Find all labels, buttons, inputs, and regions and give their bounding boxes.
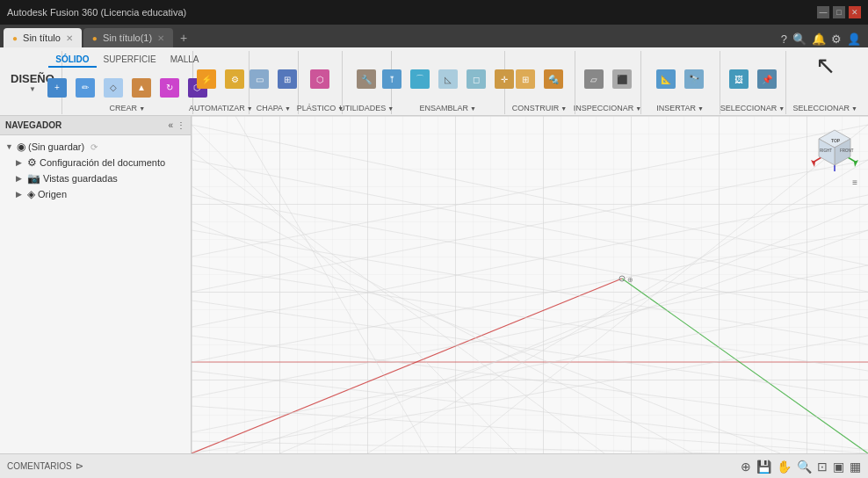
solid-section: SÓLIDO SUPERFICIE MALLA + ✏ ◇ ▲ ↻ ⬡ — [62, 51, 193, 114]
modify-shell-button[interactable]: ◻ — [463, 66, 489, 92]
nav-controls: « ⋮ — [168, 120, 185, 130]
chapa-label[interactable]: CHAPA ▼ — [257, 104, 291, 114]
svg-text:⊕: ⊕ — [627, 276, 633, 284]
search-icon[interactable]: 🔍 — [792, 33, 807, 46]
modificar-section: ⤒ ⌒ ◺ ◻ ✛ ENSAMBLAR ▼ — [392, 51, 505, 114]
canvas-grid: ⊕ — [192, 116, 868, 453]
plastico-button[interactable]: ⬡ — [307, 66, 333, 92]
modify-press-pull-button[interactable]: ⤒ — [379, 66, 405, 92]
tree-label-views: Vistas guardadas — [43, 173, 118, 184]
auto-button-2[interactable]: ⚙ — [221, 66, 248, 92]
modify-chamfer-button[interactable]: ◺ — [435, 66, 461, 92]
nav-pin-icon[interactable]: « — [168, 120, 173, 130]
modify-icons: ⤒ ⌒ ◺ ◻ ✛ — [379, 51, 517, 104]
minimize-button[interactable]: — — [817, 6, 829, 18]
tab-sintitulo[interactable]: ● Sin título ✕ — [4, 28, 82, 47]
help-icon[interactable]: ? — [781, 33, 787, 46]
maximize-button[interactable]: □ — [833, 6, 845, 18]
seleccionar-section[interactable]: ↖ SELECCIONAR ▼ — [786, 51, 864, 114]
tree-item-views[interactable]: ▶ 📷 Vistas guardadas — [0, 170, 191, 186]
insertar-button-1[interactable]: 🖼 — [726, 66, 752, 92]
utilidades-button[interactable]: 🔧 — [353, 66, 380, 92]
tree-item-config[interactable]: ▶ ⚙ Configuración del documento — [0, 155, 191, 170]
insertar-section: 🖼 📌 SELECCIONAR ▼ — [720, 51, 786, 114]
auto-icons: ⚡ ⚙ — [193, 51, 248, 104]
create-revolve-button[interactable]: ↻ — [156, 75, 183, 101]
chapa-button-1[interactable]: ▭ — [246, 66, 272, 92]
construir-section: ▱ ⬛ INSPECCIONAR ▼ — [575, 51, 641, 114]
plastico-label[interactable]: PLÁSTICO ▼ — [297, 104, 344, 114]
insertar-label[interactable]: SELECCIONAR ▼ — [720, 104, 785, 114]
modify-fillet-button[interactable]: ⌒ — [407, 66, 433, 92]
close-button[interactable]: ✕ — [849, 6, 861, 18]
new-tab-button[interactable]: + — [175, 28, 192, 47]
tabbar: ● Sin título ✕ ● Sin título(1) ✕ + ? 🔍 🔔… — [0, 25, 868, 47]
create-icons: + ✏ ◇ ▲ ↻ ⬡ — [44, 68, 211, 104]
svg-text:FRONT: FRONT — [840, 148, 854, 153]
inspeccionar-button-1[interactable]: 📐 — [653, 66, 679, 92]
svg-rect-2 — [192, 116, 868, 453]
plastico-section: ⬡ PLÁSTICO ▼ — [299, 51, 343, 114]
create-sketch-button[interactable]: ✏ — [72, 75, 98, 101]
construir-icons: ▱ ⬛ — [581, 51, 635, 104]
zoom-button[interactable]: 🔍 — [797, 460, 812, 474]
chapa-section: ▭ ⊞ CHAPA ▼ — [250, 51, 299, 114]
chapa-button-2[interactable]: ⊞ — [274, 66, 300, 92]
construir-label[interactable]: INSPECCIONAR ▼ — [574, 104, 641, 114]
tree-label-config: Configuración del documento — [40, 157, 165, 168]
tab-close-icon-1[interactable]: ✕ — [157, 33, 164, 43]
tree-icon-origin: ◈ — [27, 188, 35, 200]
tab-superficie[interactable]: SUPERFICIE — [97, 53, 163, 68]
app-title: Autodesk Fusion 360 (Licencia educativa) — [7, 7, 186, 18]
seleccionar-label: SELECCIONAR ▼ — [793, 104, 857, 114]
statusbar-expand-icon[interactable]: ⊳ — [76, 460, 83, 472]
notification-icon[interactable]: 🔔 — [812, 33, 826, 46]
tab-sintitulo1[interactable]: ● Sin título(1) ✕ — [83, 28, 173, 47]
utilidades-label[interactable]: UTILIDADES ▼ — [339, 104, 394, 114]
new-component-button[interactable]: + — [44, 75, 70, 101]
tree-icon-root: ◉ — [17, 141, 25, 153]
save-button[interactable]: 💾 — [756, 460, 771, 474]
tab-solido[interactable]: SÓLIDO — [48, 53, 96, 68]
crear-label[interactable]: CREAR ▼ — [110, 104, 145, 114]
view-settings-button[interactable]: ⊡ — [817, 460, 828, 474]
tree-item-root[interactable]: ▼ ◉ (Sin guardar) ⟳ — [0, 139, 191, 155]
inspeccionar-label[interactable]: INSERTAR ▼ — [656, 104, 704, 114]
statusbar-right: ⊕ 💾 ✋ 🔍 ⊡ ▣ ▦ — [741, 460, 861, 474]
insertar-button-2[interactable]: 📌 — [754, 66, 780, 92]
modificar-label[interactable]: ENSAMBLAR ▼ — [419, 104, 475, 114]
create-extrude-button[interactable]: ▲ — [128, 75, 155, 101]
settings-icon[interactable]: ⚙ — [831, 33, 842, 46]
construir-button-2[interactable]: ⬛ — [609, 66, 635, 92]
window-controls: — □ ✕ — [817, 6, 861, 18]
design-mode-chevron: ▼ — [29, 85, 36, 93]
construir-button-1[interactable]: ▱ — [581, 66, 607, 92]
navigator-header: NAVEGADOR « ⋮ — [0, 116, 191, 135]
tree-arrow-origin: ▶ — [16, 190, 25, 199]
grid-snap-button[interactable]: ⊕ — [741, 460, 751, 474]
auto-button-1[interactable]: ⚡ — [193, 66, 220, 92]
tab-close-icon[interactable]: ✕ — [66, 33, 73, 43]
viewcube[interactable]: TOP FRONT RIGHT — [808, 123, 861, 176]
ensamblar-button-1[interactable]: ⊞ — [512, 66, 539, 92]
inspeccionar-icons: 📐 🔭 — [653, 51, 707, 104]
ensamblar-label[interactable]: CONSTRUIR ▼ — [512, 104, 567, 114]
display-mode-button-1[interactable]: ▣ — [833, 460, 844, 474]
tree-icon-views: 📷 — [27, 172, 40, 185]
display-mode-button-2[interactable]: ▦ — [850, 460, 861, 474]
automatizar-label[interactable]: AUTOMATIZAR ▼ — [189, 104, 253, 114]
tabbar-right: ? 🔍 🔔 ⚙ 👤 — [781, 33, 868, 47]
ensamblar-section: ⊞ 🔩 CONSTRUIR ▼ — [505, 51, 575, 114]
titlebar: Autodesk Fusion 360 (Licencia educativa)… — [0, 0, 868, 25]
user-icon[interactable]: 👤 — [847, 33, 861, 46]
canvas-area[interactable]: ⊕ TOP FRONT RIGHT — [192, 116, 868, 453]
create-form-button[interactable]: ◇ — [100, 75, 127, 101]
tree-item-origin[interactable]: ▶ ◈ Origen — [0, 186, 191, 202]
tab-icon: ● — [12, 33, 18, 43]
ensamblar-button-2[interactable]: 🔩 — [540, 66, 567, 92]
pan-button[interactable]: ✋ — [777, 460, 792, 474]
nav-options-icon[interactable]: ⋮ — [177, 120, 185, 130]
inspeccionar-button-2[interactable]: 🔭 — [681, 66, 707, 92]
compass-icon: ≡ — [852, 177, 857, 187]
tree-refresh-icon[interactable]: ⟳ — [90, 142, 98, 152]
